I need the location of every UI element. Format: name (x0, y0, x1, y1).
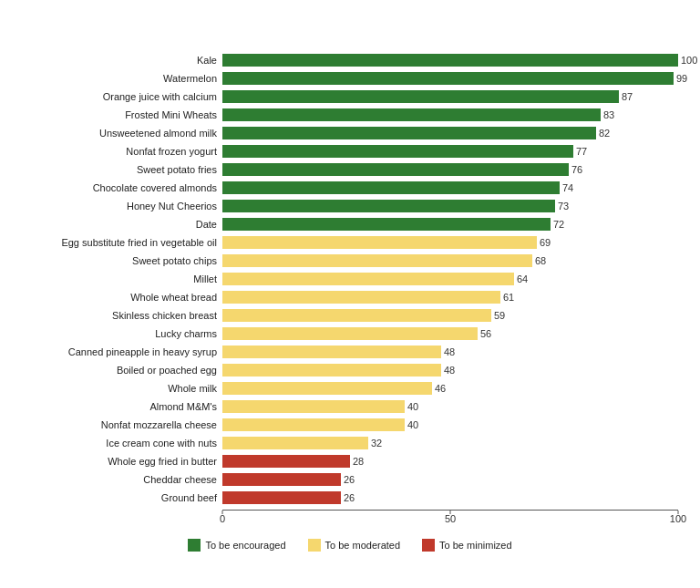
bar-track: 40 (222, 400, 678, 413)
bar-fill (222, 418, 405, 431)
bar-label: Canned pineapple in heavy syrup (22, 346, 222, 357)
bar-row: Egg substitute fried in vegetable oil69 (22, 234, 678, 251)
bar-fill (222, 491, 341, 504)
bar-label: Date (22, 219, 222, 230)
bar-row: Date72 (22, 216, 678, 232)
bar-value: 40 (407, 418, 418, 431)
bar-row: Whole wheat bread61 (22, 289, 678, 305)
bar-label: Whole milk (22, 383, 222, 394)
bar-label: Sweet potato fries (22, 164, 222, 175)
bar-row: Lucky charms56 (22, 325, 678, 342)
bar-value: 40 (407, 400, 418, 413)
bar-fill (222, 218, 551, 231)
bar-value: 82 (599, 127, 610, 139)
bar-value: 28 (353, 455, 364, 468)
bar-row: Sweet potato fries76 (22, 161, 678, 178)
legend-label: To be encouraged (205, 540, 285, 551)
bar-label: Ground beef (22, 492, 222, 503)
bar-label: Chocolate covered almonds (22, 182, 222, 193)
bar-label: Unsweetened almond milk (22, 128, 222, 139)
bar-fill (222, 127, 596, 139)
bar-value: 56 (480, 327, 491, 340)
bar-value: 87 (622, 90, 633, 103)
bar-value: 48 (444, 346, 455, 358)
bar-track: 28 (222, 455, 678, 468)
bar-track: 48 (222, 364, 678, 377)
bar-value: 59 (494, 309, 505, 322)
bar-track: 73 (222, 200, 678, 212)
bar-value: 74 (562, 181, 573, 194)
bar-row: Ice cream cone with nuts32 (22, 435, 678, 451)
bar-fill (222, 473, 341, 486)
bar-row: Almond M&M's40 (22, 398, 678, 415)
bar-fill (222, 181, 560, 194)
bar-label: Millet (22, 273, 222, 284)
bar-track: 64 (222, 273, 678, 285)
bar-fill (222, 455, 350, 468)
bar-row: Skinless chicken breast59 (22, 307, 678, 324)
bar-label: Kale (22, 55, 222, 66)
bar-track: 48 (222, 346, 678, 358)
bar-track: 68 (222, 254, 678, 267)
legend-color-box (188, 539, 201, 552)
bar-value: 68 (535, 254, 546, 267)
bar-label: Cheddar cheese (22, 474, 222, 485)
chart-container: Kale100Watermelon99Orange juice with cal… (13, 19, 687, 570)
bar-fill (222, 400, 405, 413)
bar-fill (222, 364, 441, 377)
bar-track: 26 (222, 491, 678, 504)
legend-item: To be encouraged (188, 539, 285, 552)
bar-row: Boiled or poached egg48 (22, 362, 678, 378)
bar-value: 26 (344, 491, 355, 504)
legend-color-box (308, 539, 321, 552)
bar-value: 72 (553, 218, 564, 231)
bar-fill (222, 291, 500, 304)
bar-value: 48 (444, 364, 455, 377)
legend-item: To be minimized (422, 539, 511, 552)
bar-track: 100 (222, 54, 678, 67)
bar-value: 100 (681, 54, 697, 67)
bar-track: 32 (222, 437, 678, 449)
bar-row: Frosted Mini Wheats83 (22, 107, 678, 123)
x-tick-label: 0 (220, 511, 225, 524)
bar-row: Nonfat frozen yogurt77 (22, 143, 678, 160)
bar-label: Nonfat frozen yogurt (22, 146, 222, 157)
bar-label: Lucky charms (22, 328, 222, 339)
bar-fill (222, 254, 532, 267)
bar-label: Watermelon (22, 73, 222, 84)
bar-value: 76 (571, 163, 582, 176)
bar-row: Sweet potato chips68 (22, 253, 678, 269)
bar-row: Kale100 (22, 52, 678, 68)
bar-track: 46 (222, 382, 678, 395)
bar-value: 83 (603, 108, 614, 121)
bar-label: Whole egg fried in butter (22, 456, 222, 467)
bar-value: 61 (503, 291, 514, 304)
bar-fill (222, 108, 601, 121)
bar-track: 76 (222, 163, 678, 176)
bar-label: Boiled or poached egg (22, 365, 222, 376)
bar-value: 32 (371, 437, 382, 449)
bar-track: 56 (222, 327, 678, 340)
bar-fill (222, 236, 537, 249)
bar-track: 83 (222, 108, 678, 121)
bar-value: 64 (517, 273, 528, 285)
bar-track: 69 (222, 236, 678, 249)
x-axis-row: 050100 (22, 510, 678, 528)
bar-label: Egg substitute fried in vegetable oil (22, 237, 222, 248)
bar-row: Canned pineapple in heavy syrup48 (22, 344, 678, 360)
bar-fill (222, 327, 478, 340)
bar-track: 77 (222, 145, 678, 158)
bar-value: 99 (676, 72, 687, 85)
bar-row: Honey Nut Cheerios73 (22, 198, 678, 214)
bar-fill (222, 90, 619, 103)
bar-row: Whole milk46 (22, 380, 678, 397)
bar-label: Whole wheat bread (22, 292, 222, 303)
bar-track: 99 (222, 72, 678, 85)
bar-label: Almond M&M's (22, 401, 222, 412)
bar-label: Orange juice with calcium (22, 91, 222, 102)
bar-row: Ground beef26 (22, 490, 678, 506)
bar-track: 87 (222, 90, 678, 103)
bar-fill (222, 309, 491, 322)
bar-track: 40 (222, 418, 678, 431)
bar-label: Honey Nut Cheerios (22, 201, 222, 211)
